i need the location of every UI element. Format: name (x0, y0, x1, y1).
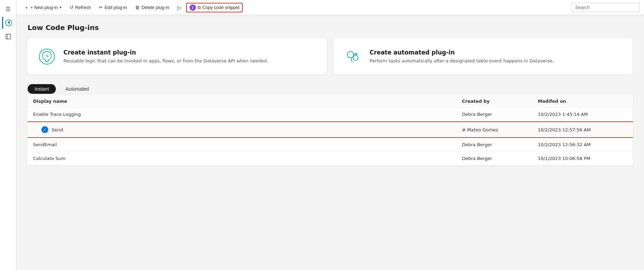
row-display-name-calcsum: Calculate Sum (33, 156, 66, 161)
row-name-cell-calcsum: Calculate Sum (33, 156, 462, 161)
col-header-name: Display name (33, 99, 462, 104)
copy-code-button[interactable]: 2 ⧉ Copy code snippet (186, 3, 243, 12)
instant-card-desc: Reusable logic that can be invoked in ap… (63, 58, 268, 64)
row-display-name-send: Send (52, 127, 63, 132)
new-plugin-chevron-icon: ▾ (60, 6, 61, 9)
table-row[interactable]: Enable Trace Logging Debra Berger 10/2/2… (28, 108, 633, 121)
copy-code-icon: ⧉ (198, 5, 201, 10)
row-name-cell-sendemail: SendEmail (33, 142, 462, 147)
run-button[interactable]: ▷ (174, 3, 185, 12)
tab-instant[interactable]: Instant (28, 84, 56, 94)
col-header-created: Created by (462, 99, 538, 104)
svg-rect-1 (6, 34, 11, 39)
new-plugin-icon: ＋ (24, 4, 29, 11)
run-icon: ▷ (178, 5, 181, 10)
row-created-by-send: # Mateo Gomez (462, 127, 538, 132)
page-title: Low Code Plug-ins (28, 23, 633, 32)
table-container: Display name Created by Modifed on Enabl… (28, 95, 633, 166)
main-content: ＋ + New plug-in ▾ ↺ Refresh ✏ Edit plug-… (17, 0, 644, 270)
new-plugin-label: + New plug-in (30, 5, 58, 10)
table-row[interactable]: SendEmail Debra Berger 10/2/2023 12:56:3… (28, 138, 633, 152)
col-header-modified: Modifed on (538, 99, 627, 104)
book-icon (5, 33, 12, 40)
sidebar-icon-lightning[interactable] (2, 17, 14, 29)
automated-card[interactable]: Create automated plug-in Perform tasks a… (334, 39, 633, 74)
instant-card-title: Create instant plug-in (63, 49, 268, 56)
edit-plugin-button[interactable]: ✏ Edit plug-in (95, 3, 130, 12)
tabs-row: Instant Automated (28, 84, 633, 94)
hamburger-icon: ☰ (6, 6, 10, 12)
svg-point-5 (353, 55, 358, 60)
instant-card-text: Create instant plug-in Reusable logic th… (63, 49, 268, 64)
row-modified-on-sendemail: 10/2/2023 12:56:32 AM (538, 142, 627, 147)
row-name-cell: Enable Trace Logging (33, 112, 462, 117)
delete-label: Delete plug-in (141, 5, 169, 10)
automated-card-title: Create automated plug-in (370, 49, 554, 56)
row-created-by-calcsum: Debra Berger (462, 156, 538, 161)
check-icon: ✓ (41, 126, 48, 133)
automated-card-icon (343, 47, 363, 66)
sidebar-icon-book[interactable] (2, 30, 14, 43)
row-display-name: Enable Trace Logging (33, 112, 81, 117)
lightning-icon (5, 19, 12, 26)
instant-card-icon (37, 47, 57, 66)
edit-icon: ✏ (99, 5, 103, 10)
refresh-label: Refresh (75, 5, 91, 10)
automated-card-desc: Perform tasks automatically after a desi… (370, 58, 554, 64)
edit-label: Edit plug-in (104, 5, 127, 10)
cards-row: Create instant plug-in Reusable logic th… (28, 39, 633, 74)
sidebar: ☰ (0, 0, 17, 270)
svg-point-4 (347, 51, 353, 58)
table-row-selected[interactable]: 1 ✓ Send # Mateo Gomez 10/2/2023 12:57:5… (28, 121, 633, 138)
delete-plugin-button[interactable]: 🗑 Delete plug-in (132, 3, 172, 12)
tab-automated[interactable]: Automated (59, 84, 96, 94)
hamburger-button[interactable]: ☰ (2, 3, 14, 15)
row-name-cell-send: ✓ Send (41, 126, 462, 133)
refresh-button[interactable]: ↺ Refresh (66, 3, 94, 12)
automated-card-text: Create automated plug-in Perform tasks a… (370, 49, 554, 64)
svg-point-6 (355, 53, 357, 55)
row-created-by-sendemail: Debra Berger (462, 142, 538, 147)
row-modified-on-send: 10/2/2023 12:57:56 AM (538, 127, 627, 132)
toolbar: ＋ + New plug-in ▾ ↺ Refresh ✏ Edit plug-… (17, 0, 644, 15)
copy-code-label: Copy code snippet (202, 5, 240, 10)
row-display-name-sendemail: SendEmail (33, 142, 57, 147)
table-header: Display name Created by Modifed on (28, 95, 633, 108)
row-modified-on-calcsum: 10/1/2023 10:06:58 PM (538, 156, 627, 161)
new-plugin-button[interactable]: ＋ + New plug-in ▾ (21, 3, 65, 12)
page-area: Low Code Plug-ins Create instant plug-in… (17, 15, 644, 270)
instant-card[interactable]: Create instant plug-in Reusable logic th… (28, 39, 327, 74)
table-row[interactable]: Calculate Sum Debra Berger 10/1/2023 10:… (28, 152, 633, 166)
delete-icon: 🗑 (135, 5, 140, 10)
row-modified-on: 10/2/2023 1:45:14 AM (538, 112, 627, 117)
row-created-by: Debra Berger (462, 112, 538, 117)
copy-badge: 2 (190, 4, 196, 11)
search-input[interactable] (571, 3, 640, 12)
refresh-icon: ↺ (70, 5, 73, 10)
